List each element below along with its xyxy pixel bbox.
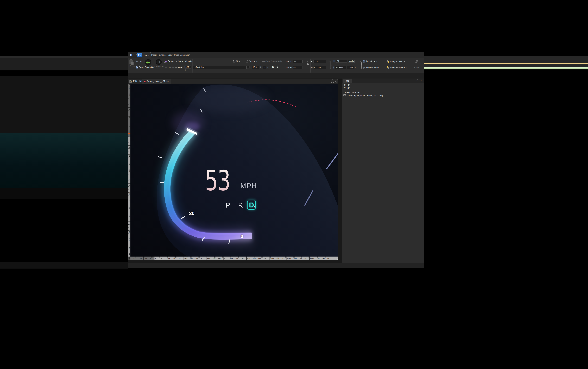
ruler-tick <box>231 256 232 257</box>
ruler-tick <box>128 154 129 155</box>
ruler-label: 800 <box>247 258 250 260</box>
group-button[interactable]: Group <box>164 60 173 63</box>
ruler-tick <box>214 256 215 257</box>
ruler-tick <box>168 256 169 257</box>
font-name-select[interactable]: default_font ▼ <box>193 66 250 69</box>
close-icon[interactable]: ✕ <box>420 79 423 82</box>
opacity-field[interactable]: 100%▲▼ <box>185 66 192 71</box>
selected-object-label[interactable]: Mask Object [Mask Object, id# 1393] <box>346 94 383 97</box>
dpi-lock-icon[interactable] <box>307 61 309 70</box>
ruler-label: 850 <box>253 258 255 260</box>
background-strip <box>0 188 128 199</box>
ruler-tick <box>146 256 146 257</box>
x-field[interactable]: 243 <box>314 60 326 63</box>
ruler-tick <box>128 162 129 162</box>
tab-code-generation[interactable]: Code Generation <box>173 52 191 58</box>
info-panel-tab[interactable]: Info <box>343 79 351 83</box>
align-button: Align <box>414 66 419 69</box>
ruler-tick <box>128 186 129 187</box>
y-label: Y: <box>311 67 313 69</box>
horizontal-ruler[interactable]: -200-150-100-500501001502002503003504004… <box>130 256 338 260</box>
ruler-units-icon[interactable] <box>129 84 130 85</box>
width-field[interactable]: 79 <box>336 60 347 63</box>
canvas-scrollbar-gutter[interactable] <box>338 79 342 263</box>
ruler-tick <box>128 215 129 215</box>
ruler-tick <box>191 256 192 257</box>
ruler-tick <box>257 256 257 257</box>
ruler-tick <box>246 256 247 260</box>
fill-button[interactable]: Fill▼ <box>232 60 240 63</box>
ruler-tick <box>128 230 129 231</box>
canvas-lower-gutter <box>128 260 342 263</box>
ruler-label: 1350 <box>310 258 314 260</box>
focus-dropdown-arrow[interactable]: ▼ <box>154 65 155 67</box>
ruler-tick <box>188 256 188 257</box>
zoom-out-button[interactable]: − <box>331 80 334 83</box>
edit-mode-button[interactable]: Edit <box>129 79 137 84</box>
y-field[interactable]: 971.0001 <box>313 66 326 69</box>
ruler-tick <box>128 142 129 143</box>
bold-button[interactable]: B <box>272 66 274 69</box>
ruler-tick <box>260 256 260 257</box>
height-unit-select[interactable]: pixels <box>347 66 354 69</box>
ruler-label: 1250 <box>299 258 302 260</box>
height-field[interactable]: 73.9999 <box>335 66 346 69</box>
tab-insert[interactable]: Insert <box>150 52 158 58</box>
minimize-icon[interactable]: – <box>412 79 415 82</box>
fill-icon <box>232 61 235 62</box>
ruler-tick <box>248 256 248 257</box>
ruler-tick <box>211 256 211 257</box>
transform-button[interactable]: Transform <box>366 60 375 63</box>
save-icon[interactable] <box>129 54 132 56</box>
precise-move-button[interactable]: Precise Move <box>366 66 378 69</box>
send-backward-button[interactable]: Send Backward <box>390 66 405 69</box>
design-canvas[interactable]: 53 MPH P R N D 20 0 <box>130 84 338 256</box>
position-spinner[interactable]: ▲▼ <box>331 64 332 67</box>
ruler-tick <box>178 256 178 260</box>
copy-button[interactable]: Copy <box>136 66 144 69</box>
dpi-x-field[interactable]: 96 <box>293 60 303 63</box>
vertical-ruler[interactable]: 9008508007507006506005505004504003503002… <box>128 84 130 256</box>
ruler-tick <box>136 256 137 257</box>
ruler-tick <box>177 256 177 257</box>
dpi-x-label: DPI X: <box>286 60 292 63</box>
outline-button[interactable]: Outline▼ <box>246 60 257 63</box>
ruler-tick <box>230 256 231 257</box>
copy-icon <box>136 66 138 69</box>
cluster-divider-line <box>215 194 256 194</box>
ruler-tick <box>128 98 129 99</box>
document-tab[interactable]: future_cluster_v01.dsn <box>142 79 171 84</box>
bring-forward-button[interactable]: Bring Forward <box>390 60 403 63</box>
ruler-tick <box>261 256 262 257</box>
italic-button[interactable]: I <box>277 66 278 69</box>
ruler-tick <box>128 113 129 114</box>
ruler-tick <box>185 256 185 257</box>
ruler-tick <box>240 256 240 257</box>
clear-group-style-button: Clear Group Style <box>262 60 282 63</box>
ruler-tick <box>128 123 130 123</box>
cut-icon: ✂ <box>136 60 138 63</box>
altia-design-window: ↶ ↷ File Home Insert Instance View Code … <box>128 52 424 268</box>
width-unit-select[interactable]: pixels <box>348 60 355 63</box>
ruler-corner[interactable] <box>128 256 130 260</box>
size-group: 79 pixels▼ 73.9999 pixels▼ <box>333 58 362 73</box>
show-button[interactable]: Show <box>175 60 183 63</box>
restore-icon[interactable]: ❐ <box>416 79 419 82</box>
hide-eye-icon <box>175 67 178 68</box>
ruler-label: -200 <box>132 258 136 260</box>
transform-icon <box>363 60 365 62</box>
cut-button[interactable]: ✂ Cut <box>136 60 142 63</box>
undo-icon[interactable]: ↶ <box>133 54 136 56</box>
font-unit-select[interactable]: pt▼ <box>263 66 268 69</box>
clipboard-group: Paste ✂ Cut Copy <box>128 58 143 73</box>
focus-out-button[interactable]: ⬅ Focus Out <box>145 59 155 69</box>
dpi-y-field[interactable]: 96 <box>293 66 303 69</box>
ruler-tick <box>128 159 129 159</box>
ruler-label: 600 <box>224 258 227 260</box>
tab-home[interactable]: Home <box>142 52 151 58</box>
ruler-tick <box>128 88 129 88</box>
ruler-tick <box>143 256 144 260</box>
hide-button[interactable]: Hide <box>175 66 182 69</box>
font-size-field[interactable]: 12.0▲▼ <box>252 66 262 69</box>
size-lock-icon[interactable] <box>360 61 362 70</box>
